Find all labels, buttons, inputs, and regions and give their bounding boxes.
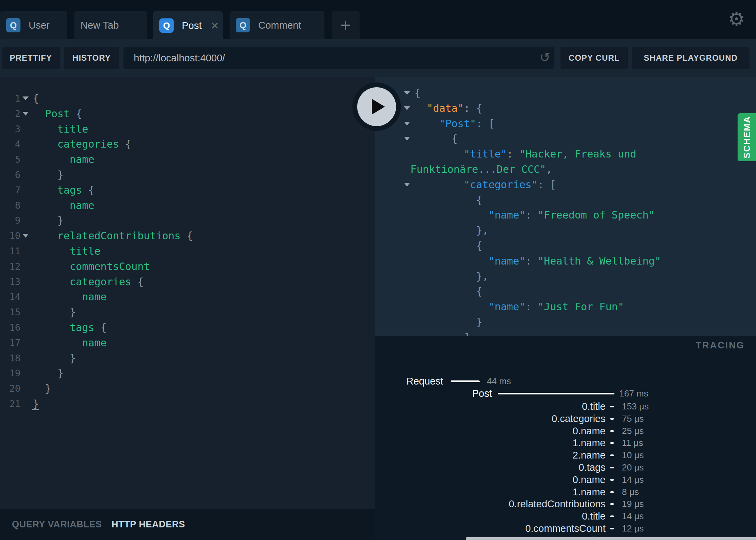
code-line: 5name xyxy=(0,152,375,167)
line-number: 13 xyxy=(0,274,20,289)
fold-arrow-icon[interactable] xyxy=(404,137,410,140)
tracing-field-bar xyxy=(610,467,614,468)
tracing-span-value: 44 ms xyxy=(487,375,511,387)
line-number: 8 xyxy=(0,198,20,213)
code-line: 10relatedContributions { xyxy=(0,228,375,243)
code-line: 7tags { xyxy=(0,182,375,198)
code-line: Funktionäre...Der CCC", xyxy=(375,162,756,177)
code-line: 1{ xyxy=(0,91,375,106)
code-text: { xyxy=(451,131,457,146)
tracing-field-label: 0.title xyxy=(582,400,606,412)
tracing-span-bar xyxy=(451,380,480,382)
code-line: { xyxy=(375,238,756,253)
code-line: 3title xyxy=(0,121,375,137)
tracing-span-label: Request xyxy=(406,375,443,387)
tracing-field-label: 0.title xyxy=(582,510,606,522)
graphql-playground-window: QUserNew TabQPost✕QComment+ ⚙ PRETTIFY H… xyxy=(0,0,756,540)
fold-arrow-icon[interactable] xyxy=(404,106,410,110)
tracing-field-value: 19 μs xyxy=(622,498,644,510)
tracing-field-row: 1.name8 μs xyxy=(375,486,756,498)
code-line: 12commentsCount xyxy=(0,259,375,274)
code-text: Funktionäre...Der CCC", xyxy=(410,162,552,177)
tracing-span-value: 167 ms xyxy=(619,387,648,400)
fold-arrow-icon[interactable] xyxy=(23,234,29,238)
fold-arrow-icon[interactable] xyxy=(404,122,410,125)
horizontal-scrollbar[interactable] xyxy=(466,537,756,540)
code-line: 4categories { xyxy=(0,136,375,152)
tab-post[interactable]: QPost✕ xyxy=(153,11,223,40)
code-line: { xyxy=(375,192,756,208)
new-tab-button[interactable]: + xyxy=(332,11,360,39)
tracing-field-label: 0.tags xyxy=(579,461,606,474)
tracing-field-bar xyxy=(610,442,614,444)
tab-label: Comment xyxy=(258,20,301,31)
tracing-field-row: 1.name11 μs xyxy=(375,437,756,449)
line-number: 18 xyxy=(0,350,20,366)
code-text: { xyxy=(33,91,39,106)
code-line: ] xyxy=(375,330,756,336)
tracing-field-value: 25 μs xyxy=(622,425,644,437)
fold-arrow-icon[interactable] xyxy=(23,96,29,100)
prettify-button[interactable]: PRETTIFY xyxy=(2,47,60,69)
tab-label: Post xyxy=(182,20,202,31)
code-line: "Post": [ xyxy=(375,116,756,131)
tracing-panel: TRACING Request44 msPost167 ms0.title153… xyxy=(375,336,756,540)
tracing-span-bar xyxy=(498,393,614,394)
tracing-field-row: 0.categories75 μs xyxy=(375,412,756,425)
tracing-field-bar xyxy=(610,503,614,505)
tracing-field-row: 0.name14 μs xyxy=(375,474,756,486)
code-text: name xyxy=(82,289,106,304)
share-playground-button[interactable]: SHARE PLAYGROUND xyxy=(632,47,750,69)
tracing-field-bar xyxy=(610,454,614,456)
code-line: 14name xyxy=(0,289,375,304)
line-number: 21 xyxy=(0,396,20,411)
code-text: "categories": [ xyxy=(464,177,556,192)
code-text: Post { xyxy=(45,106,82,121)
code-text: title xyxy=(70,243,100,259)
fold-arrow-icon[interactable] xyxy=(404,91,410,95)
tracing-span-row: Request44 ms xyxy=(375,375,756,387)
code-text: name xyxy=(70,198,94,213)
line-number: 19 xyxy=(0,365,20,381)
tracing-field-value: 75 μs xyxy=(622,412,644,425)
tracing-field-label: 2.name xyxy=(572,449,606,461)
code-line: 8name xyxy=(0,198,375,213)
http-headers-tab[interactable]: HTTP HEADERS xyxy=(110,509,187,540)
code-line: } xyxy=(375,314,756,330)
query-badge-icon: Q xyxy=(236,18,250,32)
schema-tab[interactable]: SCHEMA xyxy=(738,113,756,161)
tab-user[interactable]: QUser xyxy=(0,11,67,39)
code-text: tags { xyxy=(57,182,94,198)
code-text: { xyxy=(476,284,482,299)
endpoint-url-input[interactable] xyxy=(123,47,554,69)
reload-schema-icon[interactable]: ↺ xyxy=(539,51,550,64)
code-text: relatedContributions { xyxy=(57,228,193,243)
code-text: } xyxy=(70,304,76,320)
line-number: 15 xyxy=(0,304,20,320)
query-editor[interactable]: 1{2Post {3title4categories {5name6}7tags… xyxy=(0,77,375,509)
line-number: 16 xyxy=(0,320,20,335)
code-line: }, xyxy=(375,269,756,284)
copy-curl-button[interactable]: COPY CURL xyxy=(561,47,628,69)
fold-arrow-icon[interactable] xyxy=(23,112,29,116)
close-tab-icon[interactable]: ✕ xyxy=(210,20,219,32)
tracing-field-label: 1.name xyxy=(572,437,606,449)
settings-gear-icon[interactable]: ⚙ xyxy=(728,10,745,29)
line-number: 7 xyxy=(0,182,20,198)
line-number: 17 xyxy=(0,335,20,350)
history-button[interactable]: HISTORY xyxy=(64,47,119,69)
line-number: 14 xyxy=(0,289,20,304)
code-text: tags { xyxy=(70,320,106,335)
code-text: { xyxy=(476,192,482,208)
code-line: 21} xyxy=(0,396,375,411)
code-line: 13categories { xyxy=(0,274,375,289)
tracing-field-bar xyxy=(610,430,614,432)
tab-new-tab[interactable]: New Tab xyxy=(74,11,147,39)
query-variables-tab[interactable]: QUERY VARIABLES xyxy=(10,509,104,540)
query-badge-icon: Q xyxy=(6,18,20,32)
execute-query-button[interactable] xyxy=(352,82,401,131)
tab-comment[interactable]: QComment xyxy=(230,11,324,39)
fold-arrow-icon[interactable] xyxy=(404,183,410,186)
play-icon xyxy=(372,99,385,115)
code-line: 2Post { xyxy=(0,106,375,121)
